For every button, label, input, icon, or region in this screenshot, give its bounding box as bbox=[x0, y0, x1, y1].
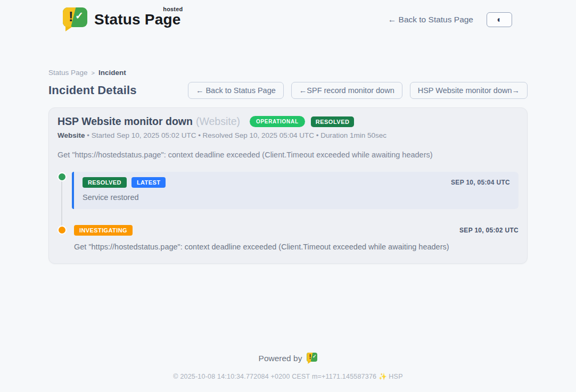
powered-by[interactable]: Powered by ! ✓ bbox=[259, 353, 318, 364]
incident-scope: (Website) bbox=[196, 115, 240, 128]
timeline-entry-content: INVESTIGATING SEP 10, 05:02 UTC Get "htt… bbox=[74, 225, 519, 251]
back-to-status-page-button[interactable]: ← Back to Status Page bbox=[188, 82, 284, 99]
timeline-timestamp: SEP 10, 05:02 UTC bbox=[459, 227, 519, 234]
speech-bubble-icon: ! ✓ bbox=[63, 7, 87, 27]
timeline-dot-green-icon bbox=[57, 172, 67, 181]
incident-nav-buttons: ← Back to Status Page ←SPF record monito… bbox=[188, 82, 528, 99]
status-page-mini-logo-icon[interactable]: ! ✓ bbox=[307, 353, 317, 364]
incident-meta: Website • Started Sep 10, 2025 05:02 UTC… bbox=[57, 131, 519, 139]
timeline-message: Get "https://hostedstatus.page": context… bbox=[74, 243, 519, 251]
next-incident-button[interactable]: HSP Website monitor down→ bbox=[410, 82, 528, 99]
breadcrumb-separator-icon: > bbox=[92, 70, 95, 76]
footer: Powered by ! ✓ © 2025-10-08 14:10:34.772… bbox=[0, 353, 576, 380]
brand-text: Status Page bbox=[94, 11, 180, 28]
breadcrumb-incident: Incident bbox=[98, 69, 126, 77]
timeline-highlight-box: RESOLVED LATEST SEP 10, 05:04 UTC Servic… bbox=[72, 172, 519, 209]
prev-incident-button[interactable]: ←SPF record monitor down bbox=[291, 82, 402, 99]
copyright-line: © 2025-10-08 14:10:34.772084 +0200 CEST … bbox=[0, 372, 576, 380]
back-to-status-page-link[interactable]: ← Back to Status Page bbox=[388, 15, 473, 24]
resolved-state-badge: RESOLVED bbox=[311, 116, 355, 127]
latest-badge: LATEST bbox=[131, 177, 166, 188]
mini-speech-bubble-icon: ! ✓ bbox=[307, 353, 317, 362]
timeline-entry-resolved: RESOLVED LATEST SEP 10, 05:04 UTC Servic… bbox=[57, 172, 519, 209]
theme-toggle-button[interactable]: ◐ bbox=[487, 12, 512, 27]
mini-exclamation-icon: ! bbox=[309, 353, 311, 361]
title-row: Incident Details ← Back to Status Page ←… bbox=[48, 82, 528, 99]
timeline-entry-investigating: INVESTIGATING SEP 10, 05:02 UTC Get "htt… bbox=[57, 225, 519, 251]
incident-service-name: Website bbox=[57, 131, 85, 139]
check-icon: ✓ bbox=[75, 10, 84, 22]
powered-by-label: Powered by bbox=[259, 354, 302, 363]
timeline-entry-header: INVESTIGATING SEP 10, 05:02 UTC bbox=[74, 225, 519, 236]
timeline-timestamp: SEP 10, 05:04 UTC bbox=[451, 179, 510, 186]
mini-check-icon: ✓ bbox=[312, 354, 317, 359]
header: ! ✓ Status Page hosted ← Back to Status … bbox=[0, 0, 576, 32]
investigating-badge: INVESTIGATING bbox=[74, 225, 133, 236]
brand-name: Status Page hosted bbox=[94, 11, 180, 28]
incident-title: HSP Website monitor down bbox=[57, 115, 193, 128]
half-circle-theme-icon: ◐ bbox=[497, 15, 502, 24]
page-title: Incident Details bbox=[48, 84, 137, 97]
operational-status-badge: OPERATIONAL bbox=[250, 116, 305, 127]
bubble-tail bbox=[65, 27, 72, 31]
exclamation-icon: ! bbox=[69, 9, 73, 24]
incident-title-row: HSP Website monitor down (Website) OPERA… bbox=[57, 115, 519, 128]
status-page-logo-icon: ! ✓ bbox=[63, 7, 87, 32]
header-actions: ← Back to Status Page ◐ bbox=[388, 12, 512, 27]
incident-meta-details: • Started Sep 10, 2025 05:02 UTC • Resol… bbox=[87, 131, 386, 139]
timeline-dot-orange-icon bbox=[57, 226, 67, 235]
incident-timeline: RESOLVED LATEST SEP 10, 05:04 UTC Servic… bbox=[57, 172, 519, 251]
breadcrumb: Status Page > Incident bbox=[48, 69, 528, 77]
breadcrumb-status-page[interactable]: Status Page bbox=[48, 69, 88, 77]
brand-logo[interactable]: ! ✓ Status Page hosted bbox=[63, 7, 180, 32]
timeline-entry-header: RESOLVED LATEST SEP 10, 05:04 UTC bbox=[83, 177, 510, 188]
brand-superscript: hosted bbox=[163, 6, 183, 12]
resolved-badge: RESOLVED bbox=[83, 177, 127, 188]
timeline-message: Service restored bbox=[83, 193, 510, 202]
incident-card: HSP Website monitor down (Website) OPERA… bbox=[48, 107, 528, 264]
main-content: Status Page > Incident Incident Details … bbox=[48, 69, 528, 264]
incident-description: Get "https://hostedstatus.page": context… bbox=[57, 151, 519, 159]
